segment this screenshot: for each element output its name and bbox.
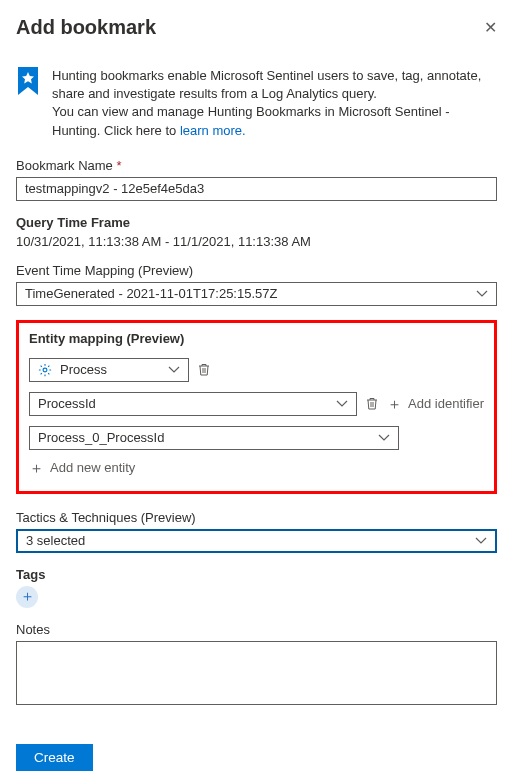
event-time-mapping-value: TimeGenerated - 2021-11-01T17:25:15.57Z (25, 286, 476, 301)
tags-label: Tags (16, 567, 497, 582)
add-new-entity-button[interactable]: ＋ Add new entity (29, 460, 484, 475)
create-button[interactable]: Create (16, 744, 93, 771)
chevron-down-icon (475, 535, 487, 547)
tactics-value: 3 selected (26, 533, 475, 548)
notes-textarea[interactable] (16, 641, 497, 705)
entity-type-value: Process (60, 362, 107, 377)
tactics-dropdown[interactable]: 3 selected (16, 529, 497, 553)
delete-entity-icon[interactable] (197, 363, 211, 377)
chevron-down-icon (476, 288, 488, 300)
query-timeframe-value: 10/31/2021, 11:13:38 AM - 11/1/2021, 11:… (16, 234, 497, 249)
chevron-down-icon (378, 432, 390, 444)
entity-type-dropdown[interactable]: Process (29, 358, 189, 382)
identifier-value-dropdown[interactable]: Process_0_ProcessId (29, 426, 399, 450)
identifier-key-value: ProcessId (38, 396, 336, 411)
event-time-mapping-dropdown[interactable]: TimeGenerated - 2021-11-01T17:25:15.57Z (16, 282, 497, 306)
delete-identifier-icon[interactable] (365, 397, 379, 411)
entity-mapping-label: Entity mapping (Preview) (29, 331, 484, 346)
learn-more-link[interactable]: learn more. (180, 123, 246, 138)
plus-icon: ＋ (29, 460, 44, 475)
add-new-entity-label: Add new entity (50, 460, 135, 475)
svg-point-0 (43, 368, 47, 372)
info-line2: You can view and manage Hunting Bookmark… (52, 104, 450, 137)
gear-icon (38, 363, 52, 377)
add-identifier-label: Add identifier (408, 396, 484, 411)
info-line1: Hunting bookmarks enable Microsoft Senti… (52, 68, 481, 101)
entity-mapping-section: Entity mapping (Preview) Process Process… (16, 320, 497, 494)
add-tag-button[interactable]: ＋ (16, 586, 38, 608)
event-time-mapping-label: Event Time Mapping (Preview) (16, 263, 497, 278)
query-timeframe-label: Query Time Frame (16, 215, 497, 230)
chevron-down-icon (336, 398, 348, 410)
bookmark-icon (16, 67, 40, 95)
close-icon[interactable]: ✕ (484, 20, 497, 36)
identifier-key-dropdown[interactable]: ProcessId (29, 392, 357, 416)
panel-title: Add bookmark (16, 16, 156, 39)
info-text: Hunting bookmarks enable Microsoft Senti… (52, 67, 497, 140)
identifier-value-value: Process_0_ProcessId (38, 430, 378, 445)
add-identifier-button[interactable]: ＋ Add identifier (387, 396, 484, 411)
tactics-label: Tactics & Techniques (Preview) (16, 510, 497, 525)
notes-label: Notes (16, 622, 497, 637)
bookmark-name-input[interactable] (16, 177, 497, 201)
plus-icon: ＋ (20, 587, 35, 606)
plus-icon: ＋ (387, 396, 402, 411)
bookmark-name-label: Bookmark Name (16, 158, 497, 173)
chevron-down-icon (168, 364, 180, 376)
